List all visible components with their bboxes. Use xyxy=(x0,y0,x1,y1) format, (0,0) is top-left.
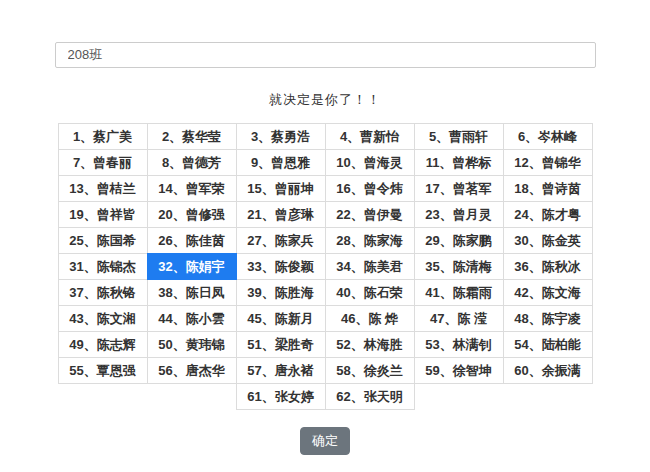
student-cell[interactable]: 34、陈美君 xyxy=(325,253,415,280)
student-cell[interactable]: 60、余振满 xyxy=(503,357,593,384)
student-cell[interactable]: 47、陈 滢 xyxy=(414,305,504,332)
student-cell[interactable]: 42、陈文海 xyxy=(503,279,593,306)
student-cell[interactable]: 55、覃恩强 xyxy=(58,357,148,384)
student-cell[interactable]: 61、张女婷 xyxy=(236,383,326,410)
student-cell[interactable]: 19、曾祥皆 xyxy=(58,201,148,228)
student-cell[interactable]: 4、曹新怡 xyxy=(325,123,415,150)
student-cell[interactable]: 40、陈石荣 xyxy=(325,279,415,306)
student-cell[interactable]: 53、林满钊 xyxy=(414,331,504,358)
student-cell[interactable]: 39、陈胜海 xyxy=(236,279,326,306)
student-cell[interactable]: 14、曾军荣 xyxy=(147,175,237,202)
student-cell[interactable]: 1、蔡广美 xyxy=(58,123,148,150)
student-cell[interactable]: 6、岑林峰 xyxy=(503,123,593,150)
student-cell[interactable]: 17、曾茗军 xyxy=(414,175,504,202)
student-cell[interactable]: 62、张天明 xyxy=(325,383,415,410)
student-cell[interactable]: 38、陈日凤 xyxy=(147,279,237,306)
student-cell[interactable]: 16、曾令炜 xyxy=(325,175,415,202)
student-cell[interactable]: 18、曾诗茵 xyxy=(503,175,593,202)
button-row: 确定 xyxy=(55,427,596,455)
student-cell[interactable]: 15、曾丽坤 xyxy=(236,175,326,202)
student-cell[interactable]: 13、曾桔兰 xyxy=(58,175,148,202)
confirm-button[interactable]: 确定 xyxy=(300,427,350,455)
name-grid: 1、蔡广美2、蔡华莹3、蔡勇浩4、曹新怡5、曹雨轩6、岑林峰7、曾春丽8、曾德芳… xyxy=(55,123,596,410)
student-cell[interactable]: 48、陈宇凌 xyxy=(503,305,593,332)
student-cell[interactable]: 7、曾春丽 xyxy=(58,149,148,176)
student-cell[interactable]: 36、陈秋冰 xyxy=(503,253,593,280)
student-cell[interactable]: 46、陈 烨 xyxy=(325,305,415,332)
student-cell[interactable]: 12、曾锦华 xyxy=(503,149,593,176)
student-cell[interactable]: 21、曾彦琳 xyxy=(236,201,326,228)
student-cell[interactable]: 45、陈新月 xyxy=(236,305,326,332)
student-cell[interactable]: 8、曾德芳 xyxy=(147,149,237,176)
student-cell-selected[interactable]: 32、陈娟宇 xyxy=(147,253,237,280)
student-cell[interactable]: 23、曾月灵 xyxy=(414,201,504,228)
student-cell[interactable]: 41、陈霜雨 xyxy=(414,279,504,306)
student-cell[interactable]: 10、曾海灵 xyxy=(325,149,415,176)
student-cell[interactable]: 11、曾桦标 xyxy=(414,149,504,176)
student-cell[interactable]: 5、曹雨轩 xyxy=(414,123,504,150)
student-cell[interactable]: 22、曾伊曼 xyxy=(325,201,415,228)
student-cell[interactable]: 49、陈志辉 xyxy=(58,331,148,358)
student-cell[interactable]: 30、陈金英 xyxy=(503,227,593,254)
student-cell[interactable]: 28、陈家海 xyxy=(325,227,415,254)
student-cell[interactable]: 26、陈佳茵 xyxy=(147,227,237,254)
student-cell[interactable]: 43、陈文湘 xyxy=(58,305,148,332)
class-input[interactable] xyxy=(55,42,596,68)
student-cell[interactable]: 9、曾恩雅 xyxy=(236,149,326,176)
student-cell[interactable]: 27、陈家兵 xyxy=(236,227,326,254)
student-cell[interactable]: 33、陈俊颖 xyxy=(236,253,326,280)
student-cell[interactable]: 25、陈国希 xyxy=(58,227,148,254)
student-cell[interactable]: 54、陆柏能 xyxy=(503,331,593,358)
student-cell[interactable]: 57、唐永褚 xyxy=(236,357,326,384)
page-title: 就决定是你了！！ xyxy=(55,91,596,109)
student-cell[interactable]: 31、陈锦杰 xyxy=(58,253,148,280)
student-cell[interactable]: 58、徐炎兰 xyxy=(325,357,415,384)
student-cell[interactable]: 50、黄玮锦 xyxy=(147,331,237,358)
student-cell[interactable]: 29、陈家鹏 xyxy=(414,227,504,254)
student-cell[interactable]: 59、徐智坤 xyxy=(414,357,504,384)
student-cell[interactable]: 35、陈清梅 xyxy=(414,253,504,280)
student-cell[interactable]: 24、陈才粤 xyxy=(503,201,593,228)
student-cell[interactable]: 37、陈秋铬 xyxy=(58,279,148,306)
student-cell[interactable]: 3、蔡勇浩 xyxy=(236,123,326,150)
student-cell[interactable]: 2、蔡华莹 xyxy=(147,123,237,150)
student-cell[interactable]: 44、陈小雲 xyxy=(147,305,237,332)
student-cell[interactable]: 51、梁胜奇 xyxy=(236,331,326,358)
student-cell[interactable]: 52、林海胜 xyxy=(325,331,415,358)
main-container: 就决定是你了！！ 1、蔡广美2、蔡华莹3、蔡勇浩4、曹新怡5、曹雨轩6、岑林峰7… xyxy=(55,0,596,455)
student-cell[interactable]: 20、曾修强 xyxy=(147,201,237,228)
student-cell[interactable]: 56、唐杰华 xyxy=(147,357,237,384)
